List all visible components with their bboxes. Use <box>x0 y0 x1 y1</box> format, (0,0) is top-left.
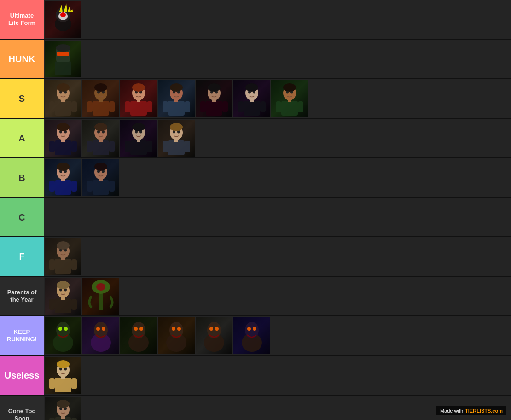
tier-label-a: A <box>0 119 44 158</box>
svg-rect-24 <box>93 101 109 116</box>
tier-content-ultimate <box>44 0 511 39</box>
svg-point-177 <box>215 327 219 331</box>
tier-item-rebecca <box>45 159 81 196</box>
svg-rect-121 <box>71 181 77 192</box>
char-image-chris <box>158 80 195 117</box>
char-image-nemesis <box>233 317 270 354</box>
svg-rect-15 <box>55 101 71 116</box>
svg-rect-141 <box>55 298 71 313</box>
tier-row-ultimate: Ultimate Life Form <box>0 0 511 40</box>
tier-label-gone: Gone Too Soon <box>0 396 44 420</box>
svg-rect-199 <box>49 418 55 420</box>
svg-rect-105 <box>168 140 185 155</box>
svg-rect-12 <box>57 52 69 56</box>
tier-label-parents: Parents of the Year <box>0 277 44 315</box>
char-image-eveline <box>45 278 81 315</box>
svg-rect-67 <box>260 101 266 112</box>
svg-rect-57 <box>200 101 206 112</box>
tier-item-ashley <box>45 357 81 394</box>
tier-label-s: S <box>0 79 44 118</box>
char-image-helena <box>82 120 119 157</box>
tier-content-b <box>44 158 511 197</box>
svg-point-189 <box>57 360 70 368</box>
svg-point-13 <box>56 44 70 52</box>
tier-row-useless: Useless <box>0 356 511 396</box>
tier-item-shadow <box>45 1 81 38</box>
svg-point-161 <box>96 327 100 331</box>
svg-rect-51 <box>206 101 222 116</box>
char-image-ashley <box>45 357 81 394</box>
tier-label-keep: KEEP RUNNING! <box>0 316 44 355</box>
tier-item-helena <box>82 120 119 157</box>
svg-rect-132 <box>55 259 71 274</box>
svg-point-146 <box>57 281 70 289</box>
char-image-rebecca <box>45 159 81 196</box>
svg-point-166 <box>134 327 138 331</box>
char-image-hunk <box>45 41 81 77</box>
char-image-hunter <box>45 317 81 354</box>
svg-point-165 <box>132 322 145 338</box>
tier-label-ultimate: Ultimate Life Form <box>0 0 44 39</box>
svg-rect-120 <box>49 181 55 192</box>
tier-item-plant42 <box>82 278 119 315</box>
svg-rect-191 <box>71 378 77 389</box>
tier-item-chainsaw <box>158 317 195 354</box>
tier-row-keep: KEEP RUNNING! <box>0 316 511 356</box>
tier-item-nemesis <box>233 317 270 354</box>
char-image-ada <box>196 80 232 117</box>
svg-point-47 <box>170 83 183 92</box>
char-image-brad <box>45 397 81 420</box>
svg-point-74 <box>283 83 296 92</box>
tier-item-wesker <box>233 80 270 117</box>
tier-item-salvador <box>196 317 232 354</box>
svg-rect-129 <box>87 181 93 192</box>
svg-point-101 <box>132 123 145 131</box>
tier-row-s: S <box>0 79 511 119</box>
char-image-zombie1 <box>120 317 157 354</box>
svg-rect-39 <box>125 101 130 112</box>
tier-item-sherry <box>158 120 195 157</box>
svg-point-128 <box>94 163 107 171</box>
svg-point-92 <box>94 123 107 131</box>
tier-row-gone: Gone Too Soon <box>0 396 511 420</box>
svg-rect-123 <box>93 180 109 195</box>
tier-item-zombie1 <box>120 317 157 354</box>
tier-item-carlos2 <box>271 80 308 117</box>
watermark-text: Made with <box>440 408 463 414</box>
svg-point-38 <box>132 83 145 92</box>
char-image-jill <box>45 120 81 157</box>
svg-point-198 <box>57 400 70 408</box>
svg-rect-93 <box>87 141 93 152</box>
tier-content-f <box>44 237 511 276</box>
svg-point-160 <box>94 322 108 338</box>
tier-content-s <box>44 79 511 118</box>
tier-item-hunk <box>45 41 81 77</box>
svg-point-162 <box>102 327 105 331</box>
tier-content-a <box>44 119 511 158</box>
svg-point-170 <box>169 322 183 338</box>
svg-rect-96 <box>130 140 147 155</box>
svg-rect-87 <box>93 140 109 155</box>
svg-rect-84 <box>49 141 55 152</box>
tier-content-useless <box>44 356 511 395</box>
svg-rect-66 <box>238 101 244 112</box>
tier-item-jack <box>45 238 81 275</box>
char-image-chainsaw <box>158 317 195 354</box>
char-image-albert <box>120 120 157 157</box>
svg-point-83 <box>57 123 70 131</box>
svg-point-157 <box>64 327 68 331</box>
char-image-sherry <box>158 120 195 157</box>
char-image-birkin <box>82 317 119 354</box>
svg-point-119 <box>57 163 70 171</box>
svg-rect-33 <box>130 101 147 116</box>
char-image-claire <box>120 80 157 117</box>
svg-rect-85 <box>71 141 77 152</box>
tier-row-hunk: HUNK <box>0 40 511 79</box>
svg-point-182 <box>253 327 256 331</box>
svg-rect-94 <box>109 141 115 152</box>
char-image-shadow <box>45 1 81 38</box>
tier-item-hunter <box>45 317 81 354</box>
svg-rect-60 <box>244 101 260 116</box>
char-image-plant42 <box>82 278 119 315</box>
char-image-wesker <box>233 80 270 117</box>
